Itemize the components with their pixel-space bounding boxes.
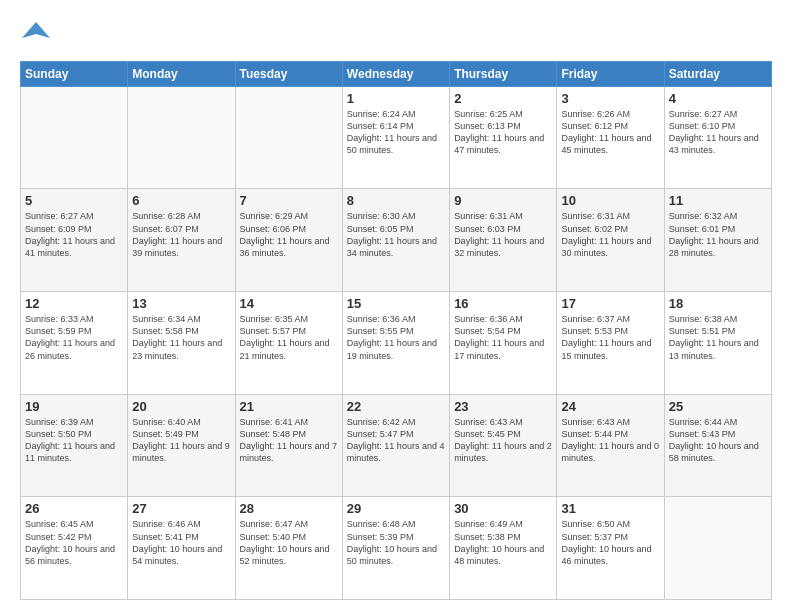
day-number: 9 xyxy=(454,193,552,208)
day-number: 14 xyxy=(240,296,338,311)
day-number: 18 xyxy=(669,296,767,311)
page: SundayMondayTuesdayWednesdayThursdayFrid… xyxy=(0,0,792,612)
calendar-cell: 13Sunrise: 6:34 AM Sunset: 5:58 PM Dayli… xyxy=(128,292,235,395)
day-number: 10 xyxy=(561,193,659,208)
calendar-cell: 17Sunrise: 6:37 AM Sunset: 5:53 PM Dayli… xyxy=(557,292,664,395)
day-info: Sunrise: 6:27 AM Sunset: 6:10 PM Dayligh… xyxy=(669,108,767,157)
calendar-cell xyxy=(664,497,771,600)
calendar-header-row: SundayMondayTuesdayWednesdayThursdayFrid… xyxy=(21,61,772,86)
calendar-cell xyxy=(21,86,128,189)
col-header-friday: Friday xyxy=(557,61,664,86)
calendar-week-row: 26Sunrise: 6:45 AM Sunset: 5:42 PM Dayli… xyxy=(21,497,772,600)
calendar-cell: 11Sunrise: 6:32 AM Sunset: 6:01 PM Dayli… xyxy=(664,189,771,292)
calendar-cell: 28Sunrise: 6:47 AM Sunset: 5:40 PM Dayli… xyxy=(235,497,342,600)
logo xyxy=(20,20,50,53)
day-number: 20 xyxy=(132,399,230,414)
calendar-week-row: 5Sunrise: 6:27 AM Sunset: 6:09 PM Daylig… xyxy=(21,189,772,292)
day-number: 13 xyxy=(132,296,230,311)
calendar-cell: 1Sunrise: 6:24 AM Sunset: 6:14 PM Daylig… xyxy=(342,86,449,189)
day-info: Sunrise: 6:38 AM Sunset: 5:51 PM Dayligh… xyxy=(669,313,767,362)
calendar-cell: 4Sunrise: 6:27 AM Sunset: 6:10 PM Daylig… xyxy=(664,86,771,189)
svg-marker-0 xyxy=(22,22,50,38)
calendar-cell: 22Sunrise: 6:42 AM Sunset: 5:47 PM Dayli… xyxy=(342,394,449,497)
calendar-cell: 6Sunrise: 6:28 AM Sunset: 6:07 PM Daylig… xyxy=(128,189,235,292)
calendar-cell xyxy=(128,86,235,189)
day-number: 7 xyxy=(240,193,338,208)
day-info: Sunrise: 6:31 AM Sunset: 6:03 PM Dayligh… xyxy=(454,210,552,259)
day-info: Sunrise: 6:44 AM Sunset: 5:43 PM Dayligh… xyxy=(669,416,767,465)
day-number: 8 xyxy=(347,193,445,208)
day-number: 4 xyxy=(669,91,767,106)
day-number: 29 xyxy=(347,501,445,516)
day-number: 16 xyxy=(454,296,552,311)
day-number: 25 xyxy=(669,399,767,414)
calendar-cell: 3Sunrise: 6:26 AM Sunset: 6:12 PM Daylig… xyxy=(557,86,664,189)
calendar-cell: 15Sunrise: 6:36 AM Sunset: 5:55 PM Dayli… xyxy=(342,292,449,395)
calendar-cell: 7Sunrise: 6:29 AM Sunset: 6:06 PM Daylig… xyxy=(235,189,342,292)
day-info: Sunrise: 6:32 AM Sunset: 6:01 PM Dayligh… xyxy=(669,210,767,259)
day-info: Sunrise: 6:49 AM Sunset: 5:38 PM Dayligh… xyxy=(454,518,552,567)
calendar-week-row: 12Sunrise: 6:33 AM Sunset: 5:59 PM Dayli… xyxy=(21,292,772,395)
calendar-cell: 8Sunrise: 6:30 AM Sunset: 6:05 PM Daylig… xyxy=(342,189,449,292)
calendar-cell: 27Sunrise: 6:46 AM Sunset: 5:41 PM Dayli… xyxy=(128,497,235,600)
day-info: Sunrise: 6:33 AM Sunset: 5:59 PM Dayligh… xyxy=(25,313,123,362)
day-number: 19 xyxy=(25,399,123,414)
day-number: 30 xyxy=(454,501,552,516)
day-info: Sunrise: 6:50 AM Sunset: 5:37 PM Dayligh… xyxy=(561,518,659,567)
calendar-cell: 26Sunrise: 6:45 AM Sunset: 5:42 PM Dayli… xyxy=(21,497,128,600)
day-info: Sunrise: 6:28 AM Sunset: 6:07 PM Dayligh… xyxy=(132,210,230,259)
col-header-sunday: Sunday xyxy=(21,61,128,86)
day-number: 6 xyxy=(132,193,230,208)
calendar-cell: 25Sunrise: 6:44 AM Sunset: 5:43 PM Dayli… xyxy=(664,394,771,497)
day-info: Sunrise: 6:25 AM Sunset: 6:13 PM Dayligh… xyxy=(454,108,552,157)
calendar-week-row: 1Sunrise: 6:24 AM Sunset: 6:14 PM Daylig… xyxy=(21,86,772,189)
calendar-cell: 12Sunrise: 6:33 AM Sunset: 5:59 PM Dayli… xyxy=(21,292,128,395)
calendar-cell: 16Sunrise: 6:36 AM Sunset: 5:54 PM Dayli… xyxy=(450,292,557,395)
day-info: Sunrise: 6:24 AM Sunset: 6:14 PM Dayligh… xyxy=(347,108,445,157)
day-info: Sunrise: 6:39 AM Sunset: 5:50 PM Dayligh… xyxy=(25,416,123,465)
day-number: 24 xyxy=(561,399,659,414)
calendar-cell: 9Sunrise: 6:31 AM Sunset: 6:03 PM Daylig… xyxy=(450,189,557,292)
calendar-cell: 19Sunrise: 6:39 AM Sunset: 5:50 PM Dayli… xyxy=(21,394,128,497)
day-number: 31 xyxy=(561,501,659,516)
calendar-cell: 23Sunrise: 6:43 AM Sunset: 5:45 PM Dayli… xyxy=(450,394,557,497)
col-header-tuesday: Tuesday xyxy=(235,61,342,86)
day-info: Sunrise: 6:26 AM Sunset: 6:12 PM Dayligh… xyxy=(561,108,659,157)
calendar-cell: 2Sunrise: 6:25 AM Sunset: 6:13 PM Daylig… xyxy=(450,86,557,189)
calendar-cell: 24Sunrise: 6:43 AM Sunset: 5:44 PM Dayli… xyxy=(557,394,664,497)
day-info: Sunrise: 6:46 AM Sunset: 5:41 PM Dayligh… xyxy=(132,518,230,567)
calendar-cell: 20Sunrise: 6:40 AM Sunset: 5:49 PM Dayli… xyxy=(128,394,235,497)
day-info: Sunrise: 6:36 AM Sunset: 5:55 PM Dayligh… xyxy=(347,313,445,362)
day-info: Sunrise: 6:40 AM Sunset: 5:49 PM Dayligh… xyxy=(132,416,230,465)
day-info: Sunrise: 6:43 AM Sunset: 5:45 PM Dayligh… xyxy=(454,416,552,465)
day-info: Sunrise: 6:27 AM Sunset: 6:09 PM Dayligh… xyxy=(25,210,123,259)
day-number: 11 xyxy=(669,193,767,208)
day-info: Sunrise: 6:47 AM Sunset: 5:40 PM Dayligh… xyxy=(240,518,338,567)
day-number: 22 xyxy=(347,399,445,414)
day-number: 1 xyxy=(347,91,445,106)
calendar-cell: 5Sunrise: 6:27 AM Sunset: 6:09 PM Daylig… xyxy=(21,189,128,292)
logo-text xyxy=(20,20,50,53)
day-info: Sunrise: 6:43 AM Sunset: 5:44 PM Dayligh… xyxy=(561,416,659,465)
day-info: Sunrise: 6:35 AM Sunset: 5:57 PM Dayligh… xyxy=(240,313,338,362)
col-header-wednesday: Wednesday xyxy=(342,61,449,86)
day-number: 27 xyxy=(132,501,230,516)
calendar-cell: 10Sunrise: 6:31 AM Sunset: 6:02 PM Dayli… xyxy=(557,189,664,292)
calendar-cell: 29Sunrise: 6:48 AM Sunset: 5:39 PM Dayli… xyxy=(342,497,449,600)
calendar-week-row: 19Sunrise: 6:39 AM Sunset: 5:50 PM Dayli… xyxy=(21,394,772,497)
calendar-cell: 14Sunrise: 6:35 AM Sunset: 5:57 PM Dayli… xyxy=(235,292,342,395)
day-info: Sunrise: 6:42 AM Sunset: 5:47 PM Dayligh… xyxy=(347,416,445,465)
day-number: 2 xyxy=(454,91,552,106)
day-number: 21 xyxy=(240,399,338,414)
day-number: 23 xyxy=(454,399,552,414)
header xyxy=(20,16,772,53)
col-header-saturday: Saturday xyxy=(664,61,771,86)
calendar-cell: 31Sunrise: 6:50 AM Sunset: 5:37 PM Dayli… xyxy=(557,497,664,600)
day-number: 15 xyxy=(347,296,445,311)
day-info: Sunrise: 6:48 AM Sunset: 5:39 PM Dayligh… xyxy=(347,518,445,567)
calendar-cell: 21Sunrise: 6:41 AM Sunset: 5:48 PM Dayli… xyxy=(235,394,342,497)
day-info: Sunrise: 6:36 AM Sunset: 5:54 PM Dayligh… xyxy=(454,313,552,362)
day-number: 26 xyxy=(25,501,123,516)
day-number: 17 xyxy=(561,296,659,311)
calendar-table: SundayMondayTuesdayWednesdayThursdayFrid… xyxy=(20,61,772,600)
